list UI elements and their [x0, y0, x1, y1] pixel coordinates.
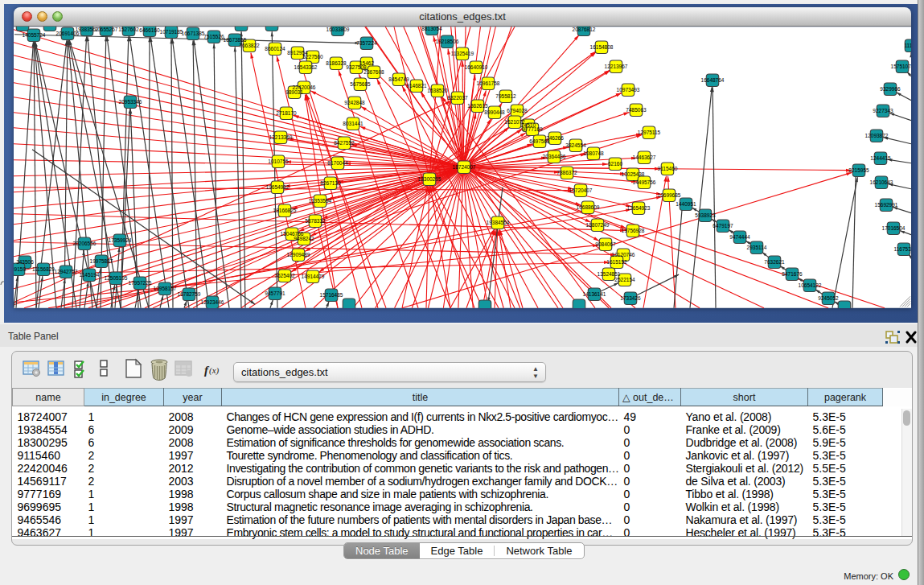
svg-text:12213369: 12213369: [269, 134, 293, 139]
svg-text:9227343: 9227343: [873, 107, 893, 113]
svg-text:5938923: 5938923: [695, 212, 716, 217]
svg-text:2522154: 2522154: [614, 276, 635, 282]
svg-text:14136141: 14136141: [583, 290, 606, 296]
svg-text:1440951: 1440951: [676, 200, 696, 206]
svg-text:12505195: 12505195: [105, 274, 128, 280]
svg-text:1244415: 1244415: [870, 154, 891, 160]
svg-text:8660124: 8660124: [265, 45, 285, 51]
svg-text:15720407: 15720407: [569, 187, 593, 192]
svg-text:10688609: 10688609: [577, 204, 600, 209]
svg-text:10654122: 10654122: [799, 282, 822, 287]
svg-text:19384554: 19384554: [487, 219, 510, 225]
svg-text:7485063: 7485063: [626, 106, 647, 112]
svg-text:16961758: 16961758: [477, 80, 500, 85]
svg-text:1145194: 1145194: [80, 271, 100, 277]
svg-text:16640910: 16640910: [465, 64, 488, 69]
svg-text:1362615: 1362615: [467, 102, 488, 108]
svg-text:20953346: 20953346: [119, 98, 142, 104]
svg-text:9329966: 9329966: [880, 85, 901, 91]
svg-text:6479197: 6479197: [713, 222, 733, 228]
svg-text:9474444: 9474444: [729, 233, 750, 239]
svg-text:16782759: 16782759: [178, 290, 201, 296]
svg-text:18673855: 18673855: [224, 36, 247, 42]
svg-text:343506: 343506: [16, 258, 34, 264]
svg-text:14914479: 14914479: [302, 273, 325, 278]
svg-text:2718170: 2718170: [276, 109, 297, 115]
svg-text:19975887: 19975887: [90, 257, 113, 263]
svg-text:10973493: 10973493: [617, 86, 640, 92]
svg-text:17957225: 17957225: [129, 279, 152, 285]
svg-text:18807249: 18807249: [586, 221, 610, 227]
svg-text:8215955: 8215955: [848, 167, 869, 172]
svg-text:16154808: 16154808: [590, 43, 614, 49]
svg-text:1080748: 1080748: [583, 150, 604, 155]
svg-text:19218506: 19218506: [436, 38, 459, 43]
svg-text:9777169: 9777169: [522, 126, 543, 131]
svg-text:14495756: 14495756: [633, 179, 656, 184]
svg-text:14463627: 14463627: [633, 154, 656, 159]
svg-text:18724007: 18724007: [453, 163, 476, 169]
svg-text:11123: 11123: [904, 42, 911, 47]
svg-text:20206556: 20206556: [73, 240, 97, 245]
svg-text:10120746: 10120746: [612, 251, 635, 257]
svg-text:13524851: 13524851: [598, 270, 621, 276]
svg-text:19654982: 19654982: [266, 183, 290, 189]
svg-text:62160: 62160: [608, 160, 622, 166]
svg-text:11325419: 11325419: [451, 50, 474, 56]
svg-text:7955812: 7955812: [495, 93, 516, 98]
svg-text:8813054: 8813054: [421, 27, 442, 31]
svg-text:16210643: 16210643: [870, 179, 893, 184]
svg-text:7357224: 7357224: [356, 39, 377, 45]
svg-text:8170044: 8170044: [327, 159, 348, 165]
svg-text:5675685: 5675685: [350, 80, 371, 86]
svg-text:17359924: 17359924: [109, 237, 132, 242]
svg-text:746266: 746266: [546, 134, 564, 140]
svg-text:12923446: 12923446: [201, 299, 224, 304]
svg-text:8427552: 8427552: [334, 139, 355, 145]
svg-text:12909489: 12909489: [287, 251, 310, 257]
svg-text:8471676: 8471676: [782, 270, 803, 276]
svg-text:8454749: 8454749: [388, 76, 409, 81]
svg-text:1010755: 1010755: [268, 158, 289, 163]
svg-text:10025438: 10025438: [622, 171, 645, 176]
svg-text:7663822: 7663822: [239, 42, 260, 47]
svg-text:16543362: 16543362: [294, 64, 318, 69]
svg-text:(x): (x): [209, 365, 220, 376]
svg-text:19166825: 19166825: [273, 207, 297, 212]
svg-text:989031: 989031: [285, 89, 303, 94]
svg-text:12213967: 12213967: [605, 63, 628, 68]
svg-text:16033809: 16033809: [326, 27, 350, 32]
svg-text:9245052: 9245052: [818, 295, 839, 300]
svg-text:10958157: 10958157: [154, 285, 177, 290]
svg-text:17016504: 17016504: [882, 225, 906, 230]
svg-text:13654923: 13654923: [627, 204, 651, 210]
svg-text:9146821: 9146821: [406, 82, 427, 88]
svg-text:7625402: 7625402: [274, 272, 295, 278]
svg-text:9115460: 9115460: [658, 165, 678, 171]
svg-text:7886372: 7886372: [556, 169, 577, 175]
svg-text:10719185: 10719185: [160, 28, 183, 34]
svg-text:2935114: 2935114: [747, 244, 767, 249]
svg-text:12942757: 12942757: [55, 268, 78, 274]
svg-text:15751074: 15751074: [891, 63, 911, 68]
svg-text:15716485: 15716485: [320, 291, 343, 297]
svg-text:10699685: 10699685: [658, 192, 681, 197]
svg-text:1167533: 1167533: [894, 245, 911, 251]
svg-text:8322037: 8322037: [447, 94, 468, 100]
svg-text:9457791: 9457791: [265, 290, 285, 295]
svg-text:6794028: 6794028: [507, 107, 528, 113]
svg-text:9498242: 9498242: [294, 235, 314, 241]
svg-text:11353594: 11353594: [309, 197, 332, 203]
svg-text:12975115: 12975115: [638, 129, 661, 134]
svg-text:8031441: 8031441: [343, 120, 363, 126]
svg-text:3824554: 3824554: [565, 142, 586, 147]
svg-text:2367608: 2367608: [363, 68, 384, 74]
svg-text:7515526: 7515526: [203, 33, 224, 39]
svg-text:1538520: 1538520: [427, 87, 448, 93]
svg-text:15462: 15462: [359, 60, 374, 65]
svg-text:1733426: 1733426: [620, 295, 641, 300]
svg-text:6466160: 6466160: [139, 27, 160, 32]
svg-text:8267130: 8267130: [320, 179, 341, 185]
svg-text:18300295: 18300295: [418, 175, 441, 181]
svg-text:1615152: 1615152: [606, 258, 627, 264]
